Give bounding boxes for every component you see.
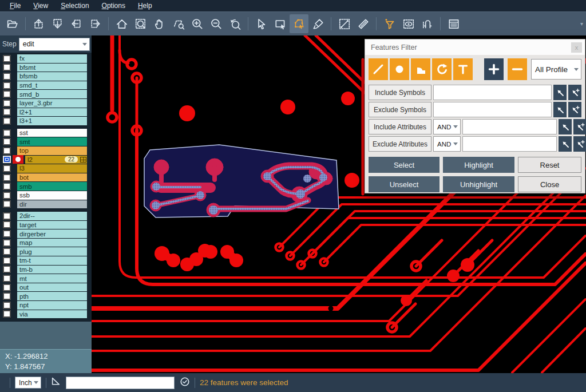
layer-row-fx[interactable]: fx	[0, 54, 92, 63]
exclude-attributes-operator-select[interactable]: AND	[433, 136, 461, 152]
layer-checkbox-out[interactable]	[3, 284, 11, 291]
layer-cell-2dir--[interactable]: 2dir--	[17, 212, 87, 220]
pick-arrow-icon[interactable]	[553, 102, 567, 117]
layer-cell-smd_b[interactable]: smd_b	[17, 90, 87, 98]
pick-arrow-add-icon[interactable]	[573, 119, 586, 134]
menu-item-selection[interactable]: Selection	[54, 1, 95, 11]
layer-checkbox-smt[interactable]	[3, 138, 11, 145]
pick-arrow-icon[interactable]	[559, 136, 572, 152]
overflow-chevron-icon[interactable]: ▾	[580, 21, 583, 27]
layer-cell-target[interactable]: target	[17, 221, 87, 229]
layer-checkbox-top[interactable]	[3, 147, 11, 155]
layer-cell-pth[interactable]: pth	[17, 292, 87, 300]
layer-row-ssb[interactable]: ssb	[0, 191, 92, 200]
layer-cell-l2[interactable]: l222	[25, 156, 87, 164]
unselect-button[interactable]: Unselect	[369, 176, 440, 192]
layer-checkbox-ssb[interactable]	[3, 192, 11, 199]
layer-row-pth[interactable]: pth	[0, 292, 92, 300]
layer-row-l2+1[interactable]: l2+1	[0, 108, 92, 117]
layer-checkbox-2dir--[interactable]	[3, 212, 11, 220]
layer-row-dirgerber[interactable]: dirgerber	[0, 229, 92, 238]
layer-row-bfsmb[interactable]: bfsmb	[0, 72, 92, 81]
add-icon[interactable]	[484, 58, 504, 80]
refresh-icon[interactable]	[180, 377, 190, 389]
layer-row-via[interactable]: via	[0, 310, 92, 319]
measure-icon[interactable]	[335, 14, 354, 33]
layer-cell-ssb[interactable]: ssb	[17, 191, 87, 200]
layer-checkbox-dir[interactable]	[3, 200, 11, 208]
command-input[interactable]	[66, 377, 175, 389]
layer-cell-bfsmt[interactable]: bfsmt	[17, 64, 87, 72]
active-layer-indicator[interactable]	[13, 155, 23, 164]
layer-checkbox-fx[interactable]	[3, 55, 11, 62]
layer-row-l3[interactable]: l3	[0, 164, 92, 173]
zoom-object-icon[interactable]	[169, 14, 188, 33]
export-icon[interactable]	[29, 14, 48, 33]
menu-item-file[interactable]: File	[3, 1, 27, 11]
layer-cell-sst[interactable]: sst	[17, 129, 87, 137]
layer-row-mt[interactable]: mt	[0, 274, 92, 283]
prev-icon[interactable]	[67, 14, 86, 33]
reset-button[interactable]: Reset	[518, 157, 581, 173]
layer-checkbox-sst[interactable]	[3, 129, 11, 137]
layer-cell-plug[interactable]: plug	[17, 247, 87, 256]
layer-checkbox-pth[interactable]	[3, 292, 11, 300]
layer-cell-bot[interactable]: bot	[17, 173, 87, 182]
unhighlight-button[interactable]: Unhighlight	[443, 176, 514, 192]
layer-checkbox-npt[interactable]	[3, 302, 11, 309]
select-polygon-icon[interactable]	[290, 14, 308, 33]
layer-row-l2[interactable]: l222	[0, 156, 92, 164]
pick-arrow-add-icon[interactable]	[573, 136, 586, 152]
layer-row-tm-b[interactable]: tm-b	[0, 266, 92, 274]
layer-cell-out[interactable]: out	[17, 283, 87, 292]
zoom-window-icon[interactable]	[131, 14, 150, 33]
layer-checkbox-target[interactable]	[3, 221, 11, 228]
include-attributes-operator-select[interactable]: AND	[433, 119, 461, 134]
layer-row-layer_3.gbr[interactable]: layer_3.gbr	[0, 99, 92, 108]
pick-arrow-add-icon[interactable]	[568, 85, 581, 100]
layer-cell-l3+1[interactable]: l3+1	[17, 117, 87, 125]
pad-icon[interactable]	[390, 58, 409, 80]
exclude-attributes-button[interactable]: Exclude Attributes	[369, 136, 431, 152]
layer-row-l3+1[interactable]: l3+1	[0, 117, 92, 125]
layer-cell-via[interactable]: via	[17, 310, 87, 319]
layer-row-out[interactable]: out	[0, 283, 92, 292]
layer-row-smb[interactable]: smb	[0, 182, 92, 191]
zoom-out-icon[interactable]	[207, 14, 225, 33]
layer-checkbox-dirgerber[interactable]	[3, 230, 11, 237]
unit-select[interactable]: Inch	[15, 377, 41, 389]
layer-row-npt[interactable]: npt	[0, 301, 92, 310]
import-icon[interactable]	[48, 14, 67, 33]
layers-panel-icon[interactable]	[444, 14, 463, 33]
layer-row-bfsmt[interactable]: bfsmt	[0, 64, 92, 72]
layer-cell-smb[interactable]: smb	[17, 182, 87, 191]
close-icon[interactable]: x	[571, 42, 582, 53]
layer-row-smt[interactable]: smt	[0, 137, 92, 146]
layer-row-map[interactable]: map	[0, 239, 92, 247]
layer-cell-dir[interactable]: dir	[17, 200, 87, 209]
highlight-button[interactable]: Highlight	[443, 157, 514, 173]
layer-row-tm-t[interactable]: tm-t	[0, 256, 92, 265]
home-icon[interactable]	[112, 14, 131, 33]
layer-cell-l2+1[interactable]: l2+1	[17, 108, 87, 117]
corner-measure-icon[interactable]	[51, 377, 61, 389]
layer-checkbox-bot[interactable]	[3, 174, 11, 181]
layer-cell-smd_t[interactable]: smd_t	[17, 81, 87, 90]
layer-cell-tm-t[interactable]: tm-t	[17, 256, 87, 265]
next-icon[interactable]	[86, 14, 105, 33]
layer-checkbox-bfsmb[interactable]	[3, 73, 11, 80]
clean-brush-icon[interactable]	[308, 14, 327, 33]
layer-checkbox-via[interactable]	[3, 310, 11, 318]
remove-icon[interactable]	[508, 58, 527, 80]
layer-checkbox-layer_3.gbr[interactable]	[3, 100, 11, 107]
zoom-previous-icon[interactable]	[225, 14, 244, 33]
surface-icon[interactable]	[411, 58, 430, 80]
line-icon[interactable]	[369, 58, 388, 80]
step-select[interactable]: edit	[19, 38, 90, 51]
layer-cell-map[interactable]: map	[17, 239, 87, 247]
include-symbols-field[interactable]	[433, 85, 552, 100]
layer-cell-l3[interactable]: l3	[17, 164, 87, 173]
layer-checkbox-l3[interactable]	[3, 165, 11, 172]
layer-row-2dir--[interactable]: 2dir--	[0, 212, 92, 220]
pick-arrow-icon[interactable]	[553, 85, 567, 100]
